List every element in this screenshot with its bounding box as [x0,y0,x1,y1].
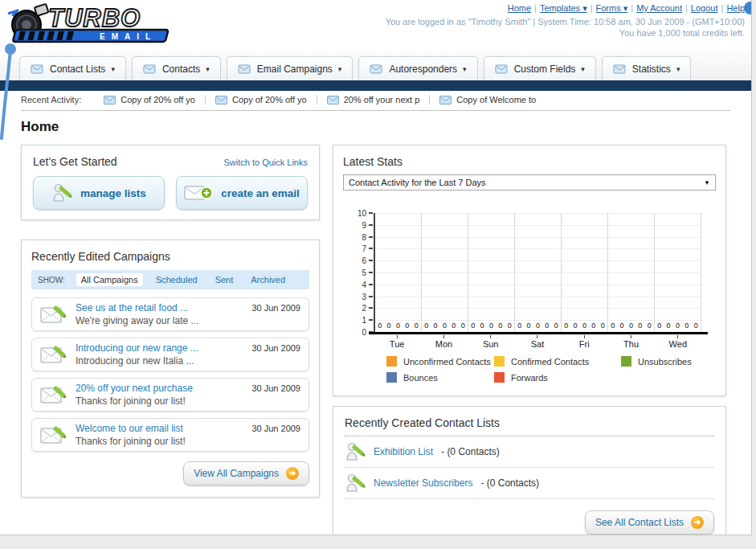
y-tick-mark [369,272,373,273]
campaign-filter[interactable]: Sent [210,273,239,286]
latest-stats-panel: Latest Stats Contact Activity for the La… [333,145,726,396]
campaign-title-link[interactable]: 20% off your next purchase [76,383,193,394]
recent-activity-item-label: 20% off your next p [344,95,420,104]
create-email-button[interactable]: create an email [176,176,308,210]
nav-tab[interactable]: Contact Lists ▾ [19,56,126,80]
turbo-logo-graphic: TURBO EMAIL [5,2,206,47]
header-nav-link[interactable]: Help [726,3,745,13]
chevron-down-icon: ▾ [338,65,342,73]
campaign-card[interactable]: Introducing our new range ... 30 Jun 200… [31,338,309,371]
credits-info: You have 1,000 total credits left. [386,28,745,38]
nav-tab[interactable]: Autoresponders ▾ [358,56,477,80]
corner-dot-decoration [744,2,752,14]
data-labels: 00000 [562,322,607,330]
y-tick-mark [369,248,373,249]
x-tick-text: Fri [561,339,607,349]
y-tick-mark [369,296,373,297]
nav-tab-label: Custom Fields [514,64,576,75]
legend-item: Unconfirmed Contacts [386,356,494,367]
envelope-icon [104,96,116,104]
data-label: 0 [471,322,475,330]
nav-tab[interactable]: Email Campaigns ▾ [227,56,353,80]
chart-legend: Unconfirmed ContactsConfirmed ContactsUn… [386,356,716,383]
recent-activity-item[interactable]: Copy of 20% off yo [94,95,206,104]
envelope-plus-icon [184,184,213,202]
campaign-filter[interactable]: Scheduled [151,273,202,286]
legend-label: Unconfirmed Contacts [403,357,491,367]
data-label: 0 [591,322,595,330]
data-label: 0 [434,322,438,330]
view-all-campaigns-button[interactable]: View All Campaigns ➜ [183,461,309,485]
data-labels: 00000 [468,322,514,330]
x-tick-text: Tue [374,339,420,349]
contact-list-item[interactable]: Newsletter Subscribers - (0 Contacts) [345,468,714,499]
campaign-subtitle: Thanks for joining our list! [76,436,300,447]
y-tick-label: 1 [362,316,366,325]
data-label: 0 [564,322,568,330]
y-tick-label: 5 [362,268,366,277]
header-nav-link[interactable]: Forms ▾ [596,3,637,13]
data-label: 0 [574,322,578,330]
envelope-pencil-icon [40,384,67,405]
contact-list-link[interactable]: Newsletter Subscribers [374,477,472,489]
campaign-card[interactable]: Welcome to our email list 30 Jun 2009 Th… [31,418,309,452]
campaign-title-link[interactable]: Welcome to our email list [76,423,183,434]
data-label: 0 [638,322,642,330]
y-tick-mark [369,224,373,226]
campaign-subtitle: Introducing our new Italia ... [76,355,300,367]
y-tick-mark [369,319,373,321]
contact-list-item[interactable]: Exhibition List - (0 Contacts) [345,436,714,468]
data-label: 0 [405,322,409,330]
chart-y-axis: 012345678910 [348,213,374,332]
envelope-pencil-icon [40,344,67,365]
header-nav-link[interactable]: Templates ▾ [540,3,596,13]
header-nav-link[interactable]: Home [508,3,540,13]
campaign-title-link[interactable]: Introducing our new range ... [76,342,198,354]
manage-lists-button[interactable]: manage lists [33,176,165,210]
x-tick-mark [584,335,585,338]
recent-activity-item[interactable]: Copy of 20% off yo [206,95,317,104]
see-all-contact-lists-label: See All Contact Lists [595,517,684,528]
y-tick-label: 8 [362,232,366,241]
switch-quick-links-link[interactable]: Switch to Quick Links [223,158,308,167]
chart-x-axis-line [369,332,708,334]
y-tick-label: 0 [362,328,366,337]
nav-tab-label: Contacts [162,64,200,75]
campaign-date: 30 Jun 2009 [251,424,300,433]
stats-period-dropdown[interactable]: Contact Activity for the Last 7 Days ▼ [343,174,716,191]
legend-item: Confirmed Contacts [494,356,621,367]
contact-list-link[interactable]: Exhibition List [374,446,433,457]
nav-tab-label: Statistics [632,64,671,75]
nav-tab[interactable]: Custom Fields ▾ [484,56,596,80]
campaign-filter[interactable]: All Campaigns [76,273,143,286]
header-nav-link[interactable]: My Account [636,3,691,13]
nav-tab[interactable]: Statistics ▾ [602,56,692,80]
navy-divider-bar [0,80,751,91]
see-all-contact-lists-button[interactable]: See All Contact Lists ➜ [585,510,714,535]
data-label: 0 [629,322,633,330]
campaign-title-link[interactable]: See us at the retail food ... [76,302,188,313]
recent-activity-item[interactable]: Copy of Welcome to [430,95,546,104]
nav-tab[interactable]: Contacts ▾ [132,56,221,80]
chart-group: 00000 [608,213,655,332]
y-tick-label: 6 [362,256,366,265]
chart-group: 00000 [655,213,701,332]
x-tick-mark [537,335,537,338]
chart-group: 00000 [468,213,515,332]
data-label: 0 [582,322,586,330]
recent-activity-item[interactable]: 20% off your next p [317,95,431,104]
recent-activity-bar: Recent Activity: Copy of 20% off yo [0,91,751,109]
data-label: 0 [378,322,382,330]
header-nav-link[interactable]: Logout [691,3,727,13]
x-tick-text: Sun [468,339,514,349]
x-tick-label: Thu [607,335,654,349]
campaign-date: 30 Jun 2009 [251,343,300,353]
campaign-filter[interactable]: Archived [246,273,290,286]
campaign-card[interactable]: 20% off your next purchase 30 Jun 2009 T… [31,378,309,412]
y-tick-label: 9 [362,220,366,229]
legend-swatch [386,372,397,383]
campaign-card[interactable]: See us at the retail food ... 30 Jun 200… [31,297,309,331]
svg-text:TURBO: TURBO [48,4,141,32]
campaign-subtitle: We're giving away our late ... [76,315,300,326]
data-label: 0 [396,322,400,330]
